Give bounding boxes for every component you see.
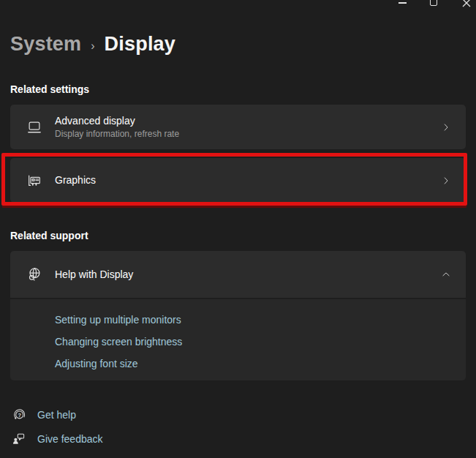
maximize-button[interactable]	[430, 0, 437, 6]
help-link-font-size[interactable]: Adjusting font size	[55, 358, 138, 370]
settings-row-graphics[interactable]: Graphics	[10, 158, 466, 203]
footer-link-label: Get help	[37, 409, 76, 421]
row-subtitle: Display information, refresh rate	[55, 129, 179, 139]
page-title: Display	[105, 33, 175, 56]
close-button[interactable]	[461, 0, 472, 8]
chevron-up-icon	[441, 269, 451, 279]
settings-row-advanced-display[interactable]: Advanced display Display information, re…	[10, 105, 466, 149]
row-title: Advanced display	[55, 115, 179, 127]
help-expander-content: Setting up multiple monitors Changing sc…	[10, 299, 466, 380]
close-icon	[461, 0, 472, 8]
chevron-right-icon	[441, 176, 451, 186]
row-title: Help with Display	[55, 269, 133, 281]
globe-search-icon	[26, 266, 42, 282]
breadcrumb-separator-icon: ›	[91, 36, 94, 53]
minimize-button[interactable]	[398, 2, 407, 4]
feedback-icon	[12, 432, 26, 446]
related-support-heading: Related support	[10, 230, 88, 241]
row-title: Graphics	[55, 174, 96, 187]
give-feedback-link[interactable]: Give feedback	[12, 432, 103, 446]
footer-link-label: Give feedback	[37, 433, 103, 445]
svg-text:?: ?	[18, 412, 21, 418]
gpu-card-icon	[26, 173, 42, 189]
help-link-screen-brightness[interactable]: Changing screen brightness	[55, 336, 182, 348]
laptop-display-icon	[26, 119, 42, 135]
help-expander-header[interactable]: Help with Display	[10, 251, 466, 298]
get-help-icon: ?	[12, 408, 26, 421]
settings-window: System › Display Related settings Advanc…	[0, 0, 476, 458]
chevron-right-icon	[441, 122, 451, 132]
help-link-multiple-monitors[interactable]: Setting up multiple monitors	[55, 314, 181, 326]
breadcrumb: System › Display	[10, 33, 175, 56]
get-help-link[interactable]: ? Get help	[12, 408, 76, 421]
breadcrumb-system[interactable]: System	[10, 33, 81, 56]
related-settings-heading: Related settings	[10, 83, 89, 95]
